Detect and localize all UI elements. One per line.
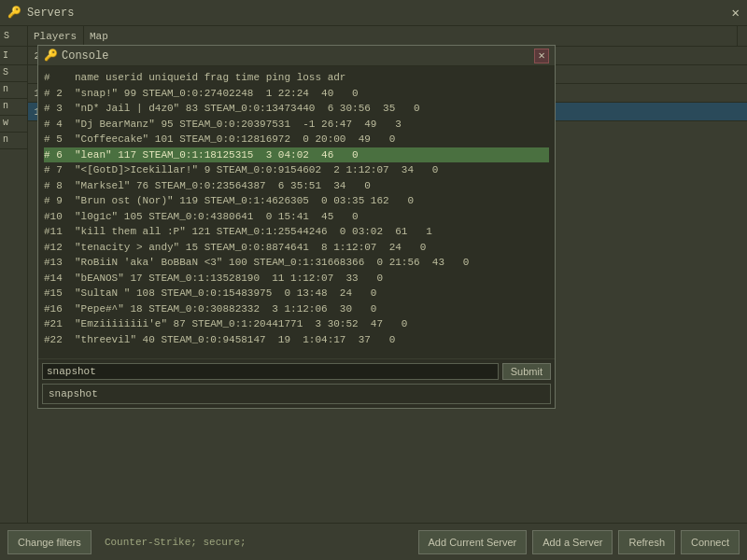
console-line: # 2 "snap!" 99 STEAM_0:0:27402248 1 22:2… — [44, 86, 549, 102]
console-title: Console — [62, 49, 108, 63]
col-header-map: Map — [84, 26, 738, 46]
console-line: # 4 "Dj BearManz" 95 STEAM_0:0:20397531 … — [44, 117, 549, 133]
console-submit-button[interactable]: Submit — [502, 363, 551, 380]
console-input-row: Submit — [38, 358, 555, 384]
console-line: #16 "Pepe#^" 18 STEAM_0:0:30882332 3 1:1… — [44, 301, 549, 317]
console-line: # 3 "nD* Jail | d4z0" 83 STEAM_0:0:13473… — [44, 101, 549, 117]
left-header-label: S — [4, 31, 9, 41]
close-button[interactable]: ✕ — [732, 7, 740, 20]
connect-button[interactable]: Connect — [681, 530, 740, 554]
console-line: # 6 "lean" 117 STEAM_0:1:18125315 3 04:0… — [44, 147, 549, 163]
console-line: #15 "SultaN " 108 STEAM_0:0:15483975 0 1… — [44, 286, 549, 301]
console-titlebar: 🔑 Console ✕ — [38, 46, 555, 66]
console-input[interactable] — [42, 363, 499, 380]
console-line: #11 "kill them all :P" 121 STEAM_0:1:255… — [44, 224, 549, 240]
title-bar: 🔑 Servers ✕ — [0, 0, 747, 26]
server-list-header: Players Map — [28, 26, 747, 47]
console-autocomplete[interactable]: snapshot — [42, 384, 551, 404]
console-line: # 8 "Marksel" 76 STEAM_0:0:23564387 6 35… — [44, 178, 549, 194]
add-current-server-button[interactable]: Add Current Server — [418, 530, 528, 554]
console-line: #22 "threevil" 40 STEAM_0:0:9458147 19 1… — [44, 332, 549, 348]
left-server-item[interactable]: w — [0, 116, 27, 133]
servers-icon: 🔑 — [7, 6, 21, 20]
left-server-item[interactable]: n — [0, 82, 27, 99]
bottom-bar: Change filters Counter-Strike; secure; A… — [0, 523, 747, 560]
refresh-button[interactable]: Refresh — [618, 530, 675, 554]
left-server-item[interactable]: I — [0, 49, 27, 65]
add-server-button[interactable]: Add a Server — [532, 530, 613, 554]
left-server-header: S — [0, 26, 27, 47]
console-line: # name userid uniqueid frag time ping lo… — [44, 70, 549, 86]
console-line: # 9 "Brun ost (Nor)" 119 STEAM_0:1:46263… — [44, 193, 549, 209]
window-title: Servers — [27, 7, 74, 20]
left-server-item[interactable]: S — [0, 65, 27, 82]
filter-text: Counter-Strike; secure; — [97, 537, 413, 548]
console-output[interactable]: # name userid uniqueid frag time ping lo… — [38, 66, 555, 358]
change-filters-button[interactable]: Change filters — [7, 530, 92, 554]
left-server-item[interactable]: n — [0, 99, 27, 116]
console-line: #12 "tenacity > andy" 15 STEAM_0:0:88746… — [44, 240, 549, 256]
console-close-button[interactable]: ✕ — [534, 49, 549, 63]
left-server-item[interactable]: n — [0, 133, 27, 149]
console-icon: 🔑 — [44, 49, 58, 63]
console-line: #10 "l0g1c" 105 STEAM_0:0:4380641 0 15:4… — [44, 209, 549, 225]
console-window: 🔑 Console ✕ # name userid uniqueid frag … — [37, 45, 556, 409]
console-line: #13 "RoBiiN 'aka' BoBBaN <3" 100 STEAM_0… — [44, 255, 549, 271]
console-line: #14 "bEANOS" 17 STEAM_0:1:13528190 11 1:… — [44, 271, 549, 287]
console-line: #21 "Emziiiiiiii'e" 87 STEAM_0:1:2044177… — [44, 316, 549, 332]
console-line: # 5 "Coffeecake" 101 STEAM_0:0:12816972 … — [44, 132, 549, 147]
col-header-players: Players — [28, 26, 84, 46]
console-line: # 7 "<[GotD]>Icekillar!" 9 STEAM_0:0:915… — [44, 162, 549, 178]
left-server-list: S I S n n w n — [0, 26, 28, 523]
